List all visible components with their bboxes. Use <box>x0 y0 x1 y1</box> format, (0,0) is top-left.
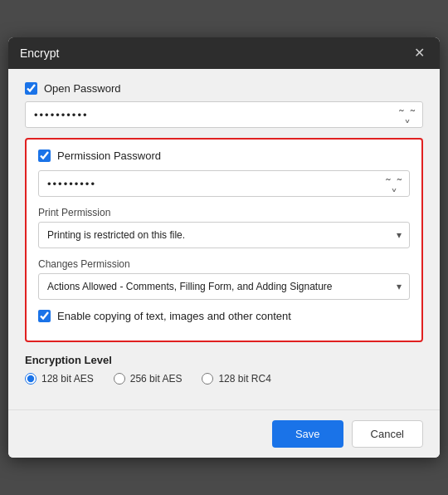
close-button[interactable]: ✕ <box>411 45 428 61</box>
encryption-128aes-radio[interactable] <box>25 373 37 385</box>
changes-permission-label: Changes Permission <box>38 258 410 270</box>
changes-permission-select[interactable]: Actions Allowed - Comments, Filling Form… <box>38 273 410 300</box>
copy-text-checkbox-label[interactable]: Enable copying of text, images and other… <box>38 310 291 322</box>
dialog-body: Open Password ˜ˬ˜ Permission Password ˜ˬ… <box>8 69 440 409</box>
encryption-section: Encryption Level 128 bit AES 256 bit AES… <box>25 354 423 385</box>
encryption-256aes-label[interactable]: 256 bit AES <box>114 373 183 385</box>
open-password-eye-icon[interactable]: ˜ˬ˜ <box>399 107 415 123</box>
copy-text-row: Enable copying of text, images and other… <box>38 310 410 322</box>
copy-text-label: Enable copying of text, images and other… <box>57 310 291 322</box>
cancel-button[interactable]: Cancel <box>352 420 423 448</box>
encryption-256aes-radio[interactable] <box>114 373 125 385</box>
copy-text-checkbox[interactable] <box>38 310 51 322</box>
save-button[interactable]: Save <box>272 420 343 448</box>
encryption-title: Encryption Level <box>25 354 423 366</box>
encryption-128rc4-text: 128 bit RC4 <box>218 373 270 385</box>
permission-password-label: Permission Password <box>57 149 161 162</box>
print-permission-select[interactable]: Printing is restricted on this file. All… <box>38 222 410 248</box>
open-password-field-wrap: ˜ˬ˜ <box>25 101 423 128</box>
encryption-radio-group: 128 bit AES 256 bit AES 128 bit RC4 <box>25 373 423 385</box>
permission-password-row: Permission Password <box>38 149 410 162</box>
open-password-checkbox[interactable] <box>25 82 37 95</box>
print-permission-label: Print Permission <box>38 207 410 218</box>
permission-password-checkbox-label[interactable]: Permission Password <box>38 149 161 162</box>
permission-box: Permission Password ˜ˬ˜ Print Permission… <box>25 138 423 342</box>
dialog-title: Encrypt <box>20 47 59 60</box>
encryption-128aes-label[interactable]: 128 bit AES <box>25 373 94 385</box>
permission-password-input[interactable] <box>38 170 410 197</box>
open-password-row: Open Password <box>25 82 423 95</box>
dialog-footer: Save Cancel <box>8 409 440 458</box>
permission-password-checkbox[interactable] <box>38 149 51 162</box>
title-bar: Encrypt ✕ <box>8 37 440 69</box>
open-password-label: Open Password <box>44 82 121 95</box>
open-password-input[interactable] <box>25 101 423 128</box>
print-permission-select-wrap: Printing is restricted on this file. All… <box>38 222 410 248</box>
permission-password-eye-icon[interactable]: ˜ˬ˜ <box>386 176 402 192</box>
encryption-128aes-text: 128 bit AES <box>41 373 94 385</box>
open-password-checkbox-label[interactable]: Open Password <box>25 82 121 95</box>
encryption-128rc4-label[interactable]: 128 bit RC4 <box>202 373 270 385</box>
encryption-128rc4-radio[interactable] <box>202 373 213 385</box>
permission-password-field-wrap: ˜ˬ˜ <box>38 170 410 197</box>
encrypt-dialog: Encrypt ✕ Open Password ˜ˬ˜ Permission P… <box>8 37 440 458</box>
changes-permission-select-wrap: Actions Allowed - Comments, Filling Form… <box>38 273 410 300</box>
encryption-256aes-text: 256 bit AES <box>130 373 183 385</box>
